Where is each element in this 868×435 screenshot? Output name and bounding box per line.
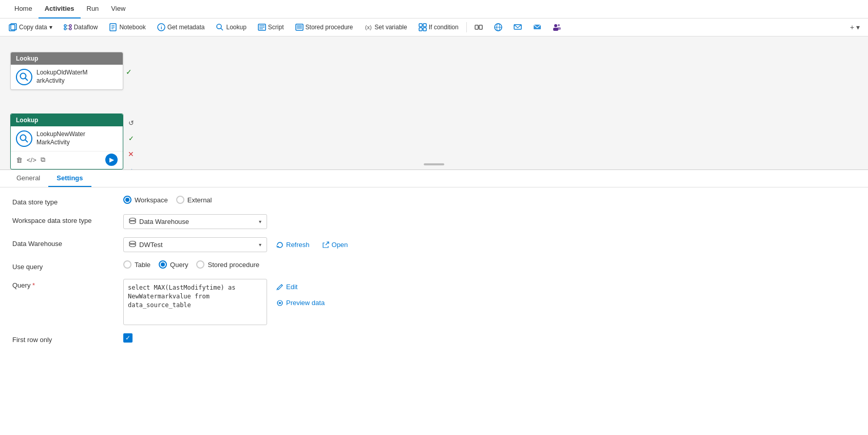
dataflow-button[interactable]: Dataflow (59, 21, 103, 34)
notebook-icon (109, 23, 117, 31)
workspace-radio-circle (123, 196, 131, 204)
tab-settings[interactable]: Settings (48, 170, 91, 187)
workspace-data-store-label: Workspace data store type (12, 214, 115, 224)
card1-icon (16, 69, 32, 85)
svg-line-15 (221, 28, 223, 30)
first-row-only-checkbox[interactable]: ✓ (123, 333, 133, 343)
svg-rect-28 (475, 25, 478, 29)
code-icon[interactable]: </> (27, 156, 36, 164)
card2-body: LookupNewWaterMarkActivity (11, 126, 123, 151)
teams-icon (553, 23, 561, 31)
use-query-row: Use query Table Query Stored procedure (12, 260, 856, 271)
set-variable-icon: (x) (364, 23, 372, 31)
card2-check: ✓ (128, 135, 134, 142)
nav-home[interactable]: Home (8, 0, 39, 18)
svg-point-5 (69, 28, 71, 30)
svg-point-51 (129, 244, 136, 247)
refresh-button[interactable]: Refresh (273, 239, 313, 251)
delete-icon[interactable]: 🗑 (16, 156, 23, 164)
data-store-radio-group: Workspace External (123, 196, 212, 204)
mail-button[interactable] (529, 21, 546, 34)
stored-procedure-button[interactable]: Stored procedure (291, 21, 358, 34)
data-warehouse-control: DWTest ▾ Refresh Open (123, 237, 351, 252)
script-button[interactable]: Script (253, 21, 289, 34)
extra-icon1[interactable] (470, 21, 487, 34)
data-warehouse-row: Data Warehouse DWTest ▾ Refresh (12, 237, 856, 252)
query-radio[interactable]: Query (159, 260, 188, 269)
use-query-control: Table Query Stored procedure (123, 260, 259, 269)
set-variable-button[interactable]: (x) Set variable (360, 21, 411, 34)
svg-line-41 (25, 78, 28, 81)
canvas-area[interactable]: Lookup LookupOldWaterMarkActivity ✓ Look… (0, 36, 868, 170)
copy-icon[interactable]: ⧉ (41, 156, 45, 164)
external-radio-circle (176, 196, 184, 204)
use-query-label: Use query (12, 260, 115, 271)
table-radio[interactable]: Table (123, 260, 150, 269)
db-icon-workspace (129, 217, 136, 226)
lookup-new-card: Lookup LookupNewWaterMarkActivity 🗑 </> … (10, 114, 123, 169)
svg-point-3 (69, 25, 71, 27)
globe-button[interactable] (489, 21, 507, 34)
lookup-icon (216, 23, 224, 31)
nav-activities[interactable]: Activities (39, 0, 81, 18)
svg-point-14 (217, 24, 221, 29)
card1-header: Lookup (11, 52, 123, 65)
toolbar: Copy data ▾ Dataflow Notebook i Get meta… (0, 18, 868, 36)
workspace-data-store-dropdown[interactable]: Data Warehouse ▾ (123, 214, 267, 229)
edit-button[interactable]: Edit (273, 281, 328, 293)
svg-text:i: i (161, 25, 162, 30)
nav-view[interactable]: View (105, 0, 131, 18)
svg-line-52 (326, 242, 329, 245)
script-icon (258, 23, 266, 31)
card1-name: LookupOldWaterMarkActivity (36, 69, 88, 85)
svg-rect-27 (423, 28, 426, 31)
svg-line-54 (277, 289, 277, 290)
run-icon[interactable]: ▶ (105, 154, 118, 166)
get-metadata-button[interactable]: i Get metadata (153, 21, 210, 34)
card2-rotate: ↺ (128, 119, 134, 127)
bottom-panel: General Settings Data store type Workspa… (0, 170, 868, 360)
svg-line-53 (281, 285, 282, 286)
svg-point-37 (558, 24, 560, 26)
add-more-button[interactable]: + ▾ (846, 21, 864, 33)
if-condition-button[interactable]: If condition (414, 21, 463, 34)
toolbar-separator (466, 22, 467, 32)
msg-button[interactable] (509, 21, 526, 34)
lookup-button[interactable]: Lookup (211, 21, 251, 34)
db-icon-dw (129, 240, 136, 249)
svg-point-44 (129, 218, 136, 221)
data-store-type-row: Data store type Workspace External (12, 196, 856, 206)
canvas-scrollbar (424, 163, 444, 165)
data-store-type-label: Data store type (12, 196, 115, 206)
svg-rect-39 (557, 27, 561, 30)
nav-run[interactable]: Run (81, 0, 105, 18)
workspace-radio[interactable]: Workspace (123, 196, 168, 204)
notebook-button[interactable]: Notebook (104, 21, 150, 34)
copy-data-icon (9, 23, 17, 31)
workspace-data-store-row: Workspace data store type Data Warehouse… (12, 214, 856, 229)
copy-data-button[interactable]: Copy data ▾ (4, 21, 57, 34)
query-control: select MAX(<span style="text-decoration:… (123, 279, 328, 325)
settings-content: Data store type Workspace External Works… (0, 187, 868, 360)
dataflow-icon (64, 23, 72, 31)
tab-general[interactable]: General (8, 170, 48, 187)
external-radio[interactable]: External (176, 196, 212, 204)
open-button[interactable]: Open (319, 239, 351, 251)
globe-icon (494, 23, 502, 31)
svg-point-42 (21, 135, 26, 141)
preview-data-button[interactable]: Preview data (273, 297, 328, 309)
data-warehouse-dropdown[interactable]: DWTest ▾ (123, 237, 267, 252)
dw-dropdown-arrow: ▾ (259, 242, 261, 248)
query-textarea[interactable]: select MAX(<span style="text-decoration:… (123, 279, 267, 325)
svg-rect-25 (423, 24, 426, 27)
query-radio-circle (159, 260, 167, 269)
stored-procedure-radio[interactable]: Stored procedure (196, 260, 259, 269)
svg-point-2 (64, 25, 66, 27)
card2-icon (16, 130, 32, 147)
svg-rect-24 (419, 24, 422, 27)
svg-rect-26 (419, 28, 422, 31)
card2-arrow: → (127, 165, 134, 170)
sp-radio-circle (196, 260, 204, 269)
teams-button[interactable] (548, 21, 565, 34)
card2-footer: 🗑 </> ⧉ ▶ (11, 151, 123, 169)
